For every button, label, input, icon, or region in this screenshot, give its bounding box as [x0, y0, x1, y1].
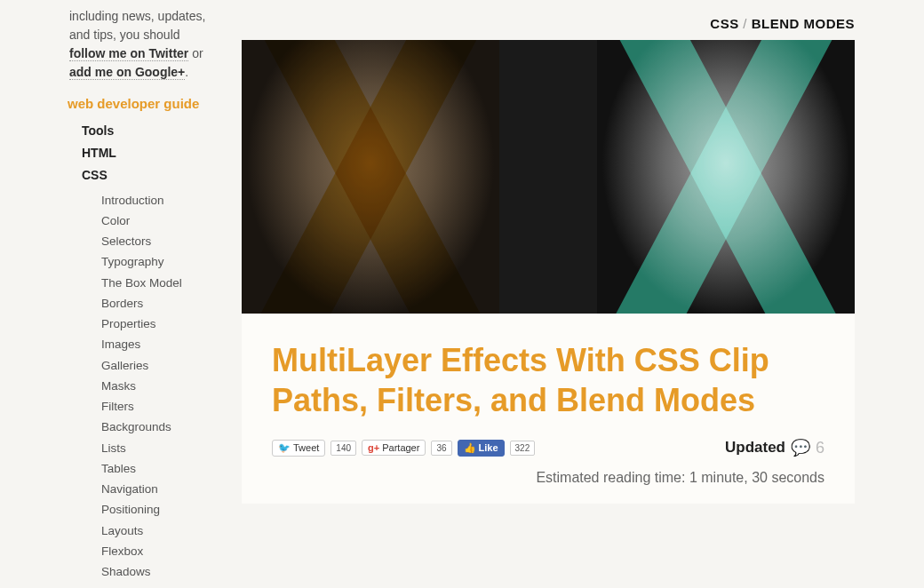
tweet-count: 140	[331, 441, 356, 456]
gplus-icon: g+	[368, 442, 379, 453]
breadcrumb: CSS / BLEND MODES	[242, 16, 855, 31]
main-nav: Tools HTML CSS	[82, 122, 208, 185]
breadcrumb-css[interactable]: CSS	[710, 16, 738, 31]
sidebar-section-title[interactable]: web developer guide	[68, 94, 208, 115]
subnav-item[interactable]: Positioning	[101, 501, 208, 519]
updated-block: Updated 💬 6	[725, 438, 824, 457]
subnav-item[interactable]: Introduction	[101, 192, 208, 210]
breadcrumb-separator: /	[743, 16, 747, 31]
subnav-item[interactable]: Navigation	[101, 481, 208, 498]
intro-text-suffix: .	[185, 65, 188, 79]
fb-label: Like	[479, 442, 498, 453]
subnav-item[interactable]: Galleries	[101, 357, 208, 375]
subnav-item[interactable]: Layouts	[101, 522, 208, 540]
subnav-item[interactable]: Color	[101, 212, 208, 230]
article: MultiLayer Effects With CSS Clip Paths, …	[242, 314, 855, 504]
subnav-item[interactable]: Properties	[101, 315, 208, 333]
nav-item-tools[interactable]: Tools	[82, 122, 208, 140]
subnav-item[interactable]: Selectors	[101, 233, 208, 250]
subnav-item[interactable]: Shadows	[101, 563, 208, 581]
social-buttons: 🐦 Tweet 140 g+ Partager 36 👍 Like 322	[272, 440, 535, 457]
subnav-item[interactable]: The Box Model	[101, 274, 208, 292]
intro-text-prefix: including news, updates, and tips, you s…	[69, 9, 205, 42]
fb-count: 322	[510, 441, 536, 456]
updated-label: Updated	[725, 439, 785, 457]
thumbs-up-icon: 👍	[464, 442, 476, 454]
subnav-item[interactable]: Lists	[101, 440, 208, 457]
link-twitter[interactable]: follow me on Twitter	[69, 46, 188, 61]
subnav-item[interactable]: Borders	[101, 295, 208, 313]
gplus-button[interactable]: g+ Partager	[362, 440, 426, 456]
gplus-count: 36	[431, 441, 451, 456]
tweet-button[interactable]: 🐦 Tweet	[272, 440, 325, 457]
subnav-item[interactable]: Typography	[101, 253, 208, 271]
hero-image-left	[242, 40, 499, 314]
fb-like-button[interactable]: 👍 Like	[458, 440, 505, 457]
main-content: CSS / BLEND MODES MultiLayer Effects Wit…	[217, 0, 924, 588]
sidebar: including news, updates, and tips, you s…	[0, 0, 217, 588]
tweet-label: Tweet	[293, 442, 319, 453]
nav-item-html[interactable]: HTML	[82, 144, 208, 163]
hero-image-right	[597, 40, 855, 314]
article-title: MultiLayer Effects With CSS Clip Paths, …	[272, 340, 824, 420]
twitter-icon: 🐦	[278, 442, 291, 454]
comment-icon[interactable]: 💬	[791, 438, 810, 457]
subnav-item[interactable]: Flexbox	[101, 543, 208, 560]
intro-text-mid: or	[188, 46, 203, 60]
gplus-label: Partager	[382, 442, 419, 453]
x-overlay-yellow	[242, 40, 499, 314]
x-overlay-teal	[597, 40, 855, 314]
subnav-item[interactable]: Images	[101, 336, 208, 354]
article-meta-row: 🐦 Tweet 140 g+ Partager 36 👍 Like 322	[272, 438, 824, 457]
subnav-item[interactable]: Blend Modes	[101, 584, 208, 588]
subnav-item[interactable]: Masks	[101, 377, 208, 395]
subnav-item[interactable]: Tables	[101, 460, 208, 478]
subnav-item[interactable]: Filters	[101, 398, 208, 416]
breadcrumb-blend-modes[interactable]: BLEND MODES	[752, 16, 855, 31]
hero-image-row	[242, 40, 855, 314]
comment-count[interactable]: 6	[816, 439, 824, 457]
subnav-item[interactable]: Backgrounds	[101, 418, 208, 436]
reading-time: Estimated reading time: 1 minute, 30 sec…	[272, 470, 824, 486]
nav-item-css[interactable]: CSS	[82, 166, 208, 185]
css-subnav: Introduction Color Selectors Typography …	[101, 192, 208, 589]
sidebar-intro: including news, updates, and tips, you s…	[69, 7, 208, 82]
link-google[interactable]: add me on Google+	[69, 65, 185, 80]
